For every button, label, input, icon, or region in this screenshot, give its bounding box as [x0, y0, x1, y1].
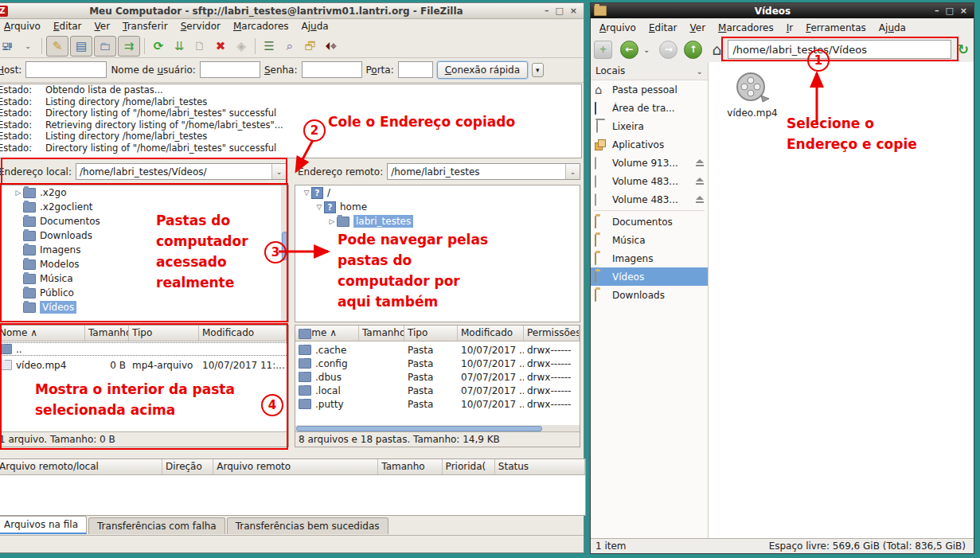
- home-icon[interactable]: ⌂: [712, 41, 721, 58]
- eject-icon[interactable]: [695, 196, 705, 204]
- tab-transferencias-bem-sucedidas[interactable]: Transferências bem sucedidas: [227, 517, 388, 534]
- file-row[interactable]: .dbus Pasta 07/07/2017 ... drwx------: [295, 370, 580, 384]
- file-row[interactable]: .putty Pasta 10/07/2017 ... drwx------: [295, 397, 580, 411]
- chevron-down-icon[interactable]: ⌄: [271, 164, 286, 179]
- file-row[interactable]: .cache Pasta 10/07/2017 ... drwx------: [295, 343, 580, 357]
- close-button[interactable]: ×: [570, 6, 577, 16]
- host-input[interactable]: [25, 61, 107, 78]
- column-header-tamanho[interactable]: Tamanho: [359, 326, 404, 341]
- queue-col-prioridade[interactable]: Priorida(: [443, 459, 495, 474]
- queue-view-icon[interactable]: ☰: [260, 37, 279, 56]
- column-header-tipo[interactable]: Tipo: [404, 326, 458, 341]
- menu-marcadores[interactable]: Marcadores: [228, 19, 295, 33]
- file-row-video[interactable]: vídeo.mp4 0 B mp4-arquivo 10/07/2017 11:…: [0, 358, 288, 372]
- tree-item-downloads[interactable]: Downloads: [0, 228, 288, 243]
- places-selector[interactable]: Locais ⌄: [591, 62, 708, 80]
- tree-item-x2go[interactable]: ▷.x2go: [0, 185, 288, 200]
- site-manager-dropdown-icon[interactable]: ⌄: [18, 37, 37, 56]
- minimize-button[interactable]: –: [935, 6, 939, 16]
- column-header-tipo[interactable]: Tipo: [129, 326, 199, 341]
- sidebar-item-videos-selected[interactable]: Vídeos: [591, 267, 708, 286]
- location-bar[interactable]: /home/labri_testes/Vídeos: [728, 40, 951, 59]
- process-queue-icon[interactable]: ⇊: [170, 37, 189, 56]
- tree-item-root[interactable]: ▽?/: [295, 185, 580, 200]
- sidebar-item-volume-483a[interactable]: Volume 483...: [591, 172, 708, 190]
- queue-col-direcao[interactable]: Direção: [162, 459, 213, 474]
- eject-icon[interactable]: [695, 178, 705, 185]
- column-header-nome[interactable]: Nome ∧: [0, 326, 85, 341]
- sidebar-item-volume-483b[interactable]: Volume 483...: [591, 190, 708, 209]
- sidebar-item-imagens[interactable]: Imagens: [591, 249, 708, 267]
- sidebar-item-documentos[interactable]: Documentos: [591, 213, 708, 231]
- tab-transferencias-com-falha[interactable]: Transferências com falha: [88, 517, 225, 534]
- local-tree-scrollbar[interactable]: [281, 185, 288, 322]
- column-header-modificado[interactable]: Modificado: [199, 326, 287, 341]
- menu-arquivo[interactable]: Arquivo: [0, 19, 46, 33]
- toggle-local-tree-icon[interactable]: ▤: [70, 36, 92, 57]
- password-input[interactable]: [302, 61, 362, 78]
- tree-item-x2goclient[interactable]: .x2goclient: [0, 200, 288, 214]
- local-address-combo[interactable]: /home/labri_testes/Vídeos/ ⌄: [76, 163, 287, 180]
- sidebar-item-lixeira[interactable]: Lixeira: [591, 117, 708, 135]
- new-tab-icon[interactable]: +: [594, 41, 612, 59]
- expander-icon[interactable]: ▽: [302, 189, 311, 197]
- tree-item-publico[interactable]: Público: [0, 286, 288, 300]
- eject-icon[interactable]: [695, 159, 705, 167]
- tab-arquivos-na-fila[interactable]: Arquivos na fila: [0, 516, 87, 534]
- disconnect-icon[interactable]: ✖: [211, 37, 230, 56]
- maximize-button[interactable]: □: [945, 6, 953, 16]
- queue-col-arquivo-remoto[interactable]: Arquivo remoto: [213, 459, 378, 474]
- tree-item-videos-selected[interactable]: Vídeos: [0, 300, 288, 314]
- filter-icon[interactable]: ⌕: [280, 37, 299, 56]
- sidebar-item-downloads[interactable]: Downloads: [591, 286, 708, 304]
- minimize-button[interactable]: –: [545, 6, 549, 16]
- expander-icon[interactable]: ▷: [14, 189, 23, 197]
- sidebar-item-area-de-trabalho[interactable]: Área de tra...: [591, 99, 708, 117]
- tree-item-labri-testes[interactable]: ▷labri_testes: [295, 214, 580, 228]
- sidebar-item-musica[interactable]: Música: [591, 231, 708, 249]
- tree-item-home[interactable]: ▽?home: [295, 200, 580, 214]
- close-button[interactable]: ×: [960, 6, 967, 16]
- file-item-video[interactable]: vídeo.mp4: [716, 72, 788, 119]
- column-header-tamanho[interactable]: Tamanho: [85, 326, 129, 341]
- queue-col-status[interactable]: Status: [495, 459, 585, 474]
- menu-transferir[interactable]: Transferir: [117, 19, 174, 33]
- menu-ver[interactable]: Ver: [89, 19, 116, 33]
- sidebar-item-aplicativos[interactable]: Aplicativos: [591, 135, 708, 154]
- sidebar-item-volume-913[interactable]: Volume 913...: [591, 154, 708, 172]
- reload-icon[interactable]: ↻: [958, 41, 969, 57]
- chevron-down-icon[interactable]: ⌄: [565, 164, 580, 179]
- port-input[interactable]: [398, 61, 433, 78]
- menu-ver[interactable]: Ver: [685, 21, 712, 35]
- toggle-remote-tree-icon[interactable]: 🗀︎: [94, 36, 116, 57]
- menu-ajuda[interactable]: Ajuda: [296, 19, 334, 33]
- column-header-permissoes[interactable]: Permissões: [524, 326, 580, 341]
- file-row[interactable]: .config Pasta 10/07/2017 ... drwx------: [295, 357, 580, 370]
- toggle-log-icon[interactable]: ✎: [46, 36, 68, 57]
- search-icon[interactable]: 🞀⌖: [322, 37, 341, 56]
- quickconnect-dropdown-icon[interactable]: ▾: [532, 63, 544, 77]
- filezilla-titlebar[interactable]: Z Meu Computador - sftp://labri_testes@l…: [0, 3, 584, 19]
- tree-item-musica[interactable]: Música: [0, 271, 288, 286]
- filemanager-titlebar[interactable]: Vídeos – □ ×: [591, 3, 974, 18]
- back-history-chevron-icon[interactable]: ⌄: [643, 45, 650, 54]
- menu-arquivo[interactable]: Arquivo: [594, 21, 642, 35]
- tree-item-modelos[interactable]: Modelos: [0, 257, 288, 271]
- column-header-modificado[interactable]: Modificado: [458, 326, 524, 341]
- file-row-parent[interactable]: ..: [0, 342, 288, 356]
- queue-col-tamanho[interactable]: Tamanho: [378, 459, 442, 474]
- menu-servidor[interactable]: Servidor: [175, 19, 226, 33]
- forward-icon[interactable]: →: [659, 41, 677, 59]
- menu-marcadores[interactable]: Marcadores: [713, 21, 779, 35]
- compare-icon[interactable]: 🗗︎: [301, 37, 320, 56]
- up-icon[interactable]: ↑: [684, 41, 702, 59]
- tree-item-documentos[interactable]: Documentos: [0, 214, 288, 228]
- refresh-icon[interactable]: ⟳: [149, 37, 168, 56]
- username-input[interactable]: [200, 61, 260, 78]
- back-icon[interactable]: ←: [620, 41, 638, 59]
- remote-address-combo[interactable]: /home/labri_testes ⌄: [387, 163, 580, 180]
- file-row[interactable]: .local Pasta 07/07/2017 ... drwx------: [295, 384, 580, 397]
- menu-ferramentas[interactable]: Ferramentas: [800, 21, 872, 35]
- menu-editar[interactable]: Editar: [48, 19, 88, 33]
- maximize-button[interactable]: □: [555, 6, 563, 16]
